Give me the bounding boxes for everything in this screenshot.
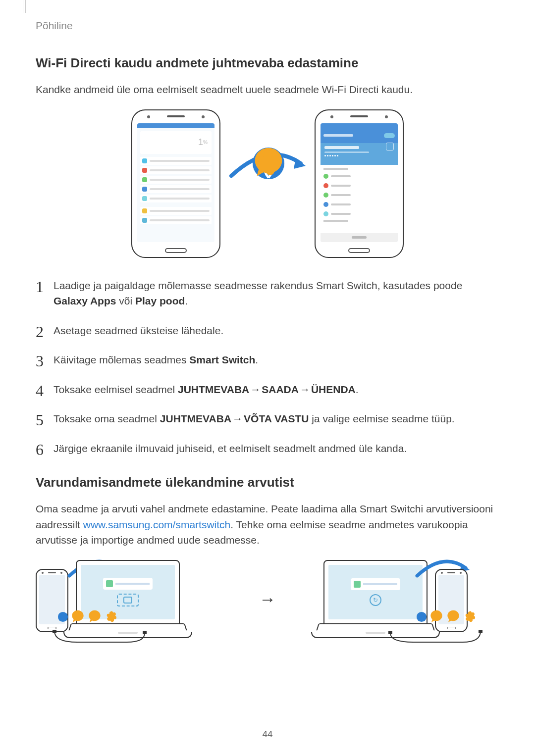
flower-icon [104, 609, 119, 624]
contact-icon [265, 182, 283, 200]
page-tab-marker [23, 0, 26, 13]
contact-icon [446, 609, 461, 624]
chat-icon [429, 609, 444, 624]
illustration-backup-group [36, 560, 224, 639]
svg-rect-9 [479, 630, 482, 633]
cable-icon [53, 630, 147, 645]
section1-title: Wi-Fi Directi kaudu andmete juhtmevaba e… [36, 53, 499, 73]
contact-icon [87, 609, 102, 624]
step-5: Toksake oma seadmel JUHTMEVABA→VÕTA VAST… [36, 411, 499, 427]
data-icons-cluster [416, 595, 478, 624]
step-1: Laadige ja paigaldage mõlemasse seadmess… [36, 278, 499, 309]
cable-icon [388, 630, 482, 645]
illustration-restore-group: ↻ [311, 560, 499, 639]
illustration-new-phone [315, 109, 404, 258]
flower-icon [285, 182, 303, 200]
section2-title: Varundamisandmete ülekandmine arvutist [36, 473, 499, 492]
globe-icon [57, 611, 68, 622]
steps-list: Laadige ja paigaldage mõlemasse seadmess… [36, 278, 499, 456]
section1-lead: Kandke andmeid üle oma eelmiselt seadmel… [36, 82, 499, 98]
svg-rect-6 [143, 631, 147, 634]
step-6: Järgige ekraanile ilmuvaid juhiseid, et … [36, 441, 499, 456]
chat-icon [245, 182, 263, 200]
svg-point-7 [417, 611, 427, 621]
section2-paragraph: Oma seadme ja arvuti vahel andmete edast… [36, 501, 499, 548]
page-content: Wi-Fi Directi kaudu andmete juhtmevaba e… [36, 53, 499, 639]
step-2: Asetage seadmed üksteise lähedale. [36, 323, 499, 339]
figure-computer-transfer: → ↻ [36, 560, 499, 639]
svg-rect-5 [53, 630, 56, 633]
globe-icon [416, 611, 427, 622]
figure-wifi-direct: 1% [36, 109, 499, 258]
svg-point-3 [58, 611, 68, 621]
svg-rect-4 [124, 597, 132, 603]
smartswitch-link[interactable]: www.samsung.com/smartswitch [83, 519, 231, 530]
transfer-arrow-icon [235, 164, 300, 203]
data-icons-cluster [232, 182, 303, 200]
step-3: Käivitage mõlemas seadmes Smart Switch. [36, 352, 499, 368]
data-icons-cluster [57, 595, 119, 624]
page-number: 44 [262, 727, 272, 742]
svg-rect-8 [388, 631, 392, 634]
illustration-old-phone: 1% [131, 109, 220, 258]
arrow-right-icon: → [253, 587, 282, 612]
flower-icon [463, 609, 478, 624]
chat-icon [70, 609, 85, 624]
globe-icon [232, 186, 243, 197]
step-4: Toksake eelmisel seadmel JUHTMEVABA→SAAD… [36, 382, 499, 398]
breadcrumb: Põhiline [36, 18, 73, 34]
